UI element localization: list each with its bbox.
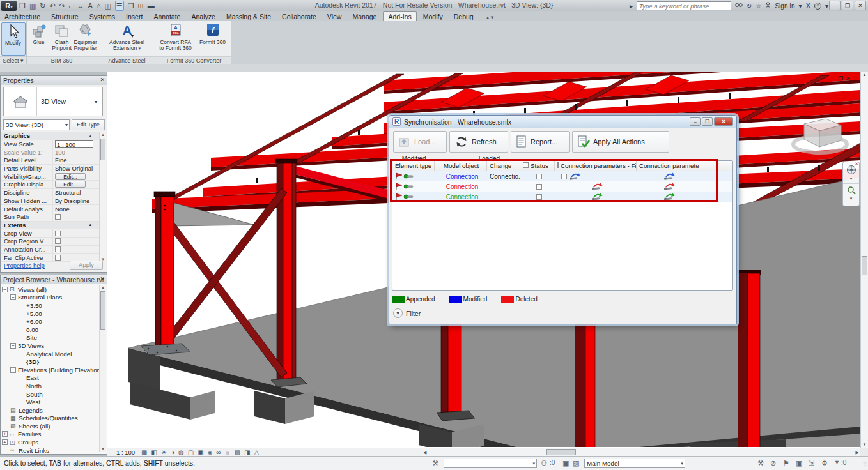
glue-button[interactable]: Glue [28, 22, 50, 56]
tree-item-families[interactable]: +▱Families [2, 430, 99, 439]
default-analysis-value[interactable]: None [52, 205, 100, 213]
report-button[interactable]: Report... [511, 131, 570, 153]
filter-expander-button[interactable]: ▾ [393, 308, 403, 318]
locked-view-icon[interactable]: ◈ [208, 449, 213, 456]
advance-steel-extension-button[interactable]: A Advance Steel Extension ▾ [100, 22, 155, 56]
col-status[interactable]: Status [520, 161, 555, 171]
tree-item-legends[interactable]: ▤Legends [2, 406, 99, 414]
tab-analyze[interactable]: Analyze [187, 12, 220, 22]
close-icon[interactable]: ✕ [100, 77, 105, 83]
tree-item-350[interactable]: +3.50 [2, 301, 99, 310]
save-icon[interactable]: ▥ [29, 1, 36, 10]
tab-systems[interactable]: Systems [85, 12, 120, 22]
tree-item-structural-plans[interactable]: −Structural Plans [2, 294, 99, 302]
dialog-minimize-button[interactable]: ‒ [690, 118, 701, 126]
customize-qat-icon[interactable]: ▬ [148, 1, 155, 10]
shadows-icon[interactable]: ◑ [171, 449, 174, 456]
chevron-down-icon[interactable]: ▾ [95, 87, 102, 116]
file-param-checkbox[interactable] [561, 174, 567, 179]
select-links-toggle-icon[interactable]: ⚒ [757, 459, 764, 467]
project-browser-scrollbar[interactable]: ▴ ▾ [99, 285, 106, 452]
tree-item-500[interactable]: +5.00 [2, 310, 99, 318]
tree-item-revit-links[interactable]: ∞Revit Links [2, 446, 99, 455]
undo-icon[interactable]: ↶ [50, 1, 56, 10]
load-button[interactable]: Load... [393, 131, 447, 153]
convert-rfa-button[interactable]: ARFA Convert RFA to FormIt 360 [158, 22, 194, 56]
tree-item-000[interactable]: 0.00 [2, 326, 99, 334]
section-icon[interactable]: ◫ [104, 1, 111, 10]
drag-on-selection-toggle-icon[interactable]: ⇲ [809, 459, 814, 467]
active-workset-dropdown[interactable]: ▾ [444, 459, 537, 468]
view-scale-input[interactable]: 1 : 100 [55, 140, 93, 148]
detail-level-icon[interactable]: ▦ [141, 449, 147, 456]
tree-item-sheets[interactable]: ▧Sheets (all) [2, 422, 99, 430]
tree-item-3d-views[interactable]: −3D Views [2, 342, 99, 350]
project-browser-header[interactable]: Project Browser - Wharehouse.rvt ✕ [1, 275, 107, 284]
properties-scrollbar[interactable]: ▴ ▾ [99, 132, 106, 262]
tab-manage[interactable]: Manage [348, 12, 381, 22]
vertical-scrollbar[interactable]: ▴ ▾ [860, 72, 868, 448]
tree-item-schedules[interactable]: ▦Schedules/Quantities [2, 414, 99, 423]
crop-view-icon[interactable]: ▢ [188, 449, 194, 456]
navbar-chevron-icon[interactable]: ▾ [843, 176, 859, 181]
horizontal-scrollbar[interactable]: ◀ ▶ [422, 448, 860, 456]
tab-architecture[interactable]: Architecture [0, 12, 45, 22]
select-by-face-toggle-icon[interactable]: ▣ [796, 459, 802, 467]
col-change[interactable]: Change [487, 161, 520, 171]
modify-button[interactable]: Modify [1, 22, 26, 56]
sign-in-chevron-icon[interactable]: ▾ [799, 3, 802, 10]
parts-visibility-value[interactable]: Show Original [52, 165, 100, 172]
scrollbar-thumb[interactable] [546, 449, 576, 455]
search-input[interactable] [637, 1, 731, 10]
selection-settings-icon[interactable]: ⚙ [821, 459, 828, 467]
visibility-edit-button[interactable]: Edit... [55, 173, 86, 180]
table-row[interactable]: Connection [392, 181, 732, 192]
far-clip-checkbox[interactable] [55, 255, 61, 261]
tree-item-south[interactable]: South [2, 390, 99, 398]
aligned-dimension-icon[interactable]: ↔ [77, 1, 84, 10]
detail-level-value[interactable]: Fine [52, 156, 100, 164]
panel-label-select[interactable]: Select ▾ [0, 56, 26, 64]
scrollbar-thumb[interactable] [862, 256, 867, 275]
tab-annotate[interactable]: Annotate [149, 12, 185, 22]
visual-style-icon[interactable]: ◧ [151, 449, 157, 456]
dialog-title-bar[interactable]: R Synchronisation - Wharehouse.smlx ‒ ❐ … [389, 116, 736, 128]
filter-icon[interactable]: ▼ [834, 459, 840, 466]
annotation-crop-checkbox[interactable] [55, 246, 61, 252]
subscription-icon[interactable]: ↻ [747, 3, 752, 10]
section-extents[interactable]: Extents▴ [1, 222, 100, 230]
clash-pinpoint-button[interactable]: Clash Pinpoint [51, 22, 73, 56]
crop-region-checkbox[interactable] [55, 238, 61, 244]
sign-in-link[interactable]: Sign In [775, 3, 794, 10]
equipment-properties-button[interactable]: Equipment Properties [74, 22, 96, 56]
apply-all-actions-button[interactable]: Apply All Actions [572, 131, 669, 153]
file-header-checkbox[interactable] [557, 162, 559, 168]
zoom-icon[interactable] [843, 183, 859, 196]
collapse-icon[interactable]: − [10, 343, 16, 349]
restore-button[interactable]: ❐ [842, 1, 853, 10]
tree-item-3d[interactable]: {3D} [2, 358, 99, 366]
application-menu-button[interactable]: R▾ [1, 1, 17, 11]
tab-massing-site[interactable]: Massing & Site [222, 12, 275, 22]
collapse-icon[interactable]: − [2, 287, 8, 292]
formit360-button[interactable]: f FormIt 360 [195, 22, 231, 56]
table-row[interactable]: Connection [392, 192, 732, 202]
design-options-edit-icon[interactable]: ▨ [573, 459, 579, 467]
tab-collaborate[interactable]: Collaborate [277, 12, 321, 22]
col-connection-parameters-file[interactable]: Connection parameters - File [555, 161, 637, 171]
tab-view[interactable]: View [323, 12, 346, 22]
worksets-icon[interactable]: ⚒ [432, 459, 438, 467]
measure-icon[interactable]: ⌐ [69, 1, 73, 10]
tree-item-views[interactable]: −⊡Views (all) [2, 285, 99, 294]
temporary-view-properties-icon[interactable]: ◨ [244, 449, 250, 456]
design-option-dropdown[interactable]: Main Model▾ [584, 459, 685, 468]
tree-item-site[interactable]: Site [2, 334, 99, 342]
reveal-hidden-icon[interactable]: ☼ [224, 449, 230, 456]
edit-type-button[interactable]: Edit Type [72, 119, 105, 130]
rendering-icon[interactable]: ◍ [178, 449, 184, 456]
sync-icon[interactable]: ↻ [40, 1, 45, 10]
view-restore-icon[interactable]: ❐ [838, 75, 846, 82]
view-minimize-icon[interactable]: ‒ [832, 75, 838, 82]
search-icon[interactable] [735, 2, 743, 10]
crop-view-checkbox[interactable] [55, 231, 61, 236]
